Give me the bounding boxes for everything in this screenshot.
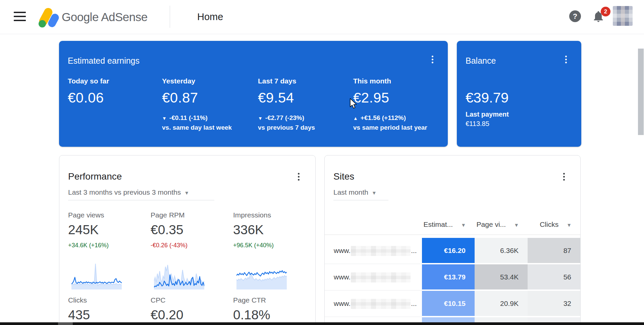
bottom-edge-bar	[0, 322, 644, 325]
last-payment-value: €113.85	[466, 120, 489, 128]
range-underline	[68, 200, 214, 200]
help-icon[interactable]: ?	[569, 10, 581, 22]
site-name-link[interactable]: www.	[325, 264, 422, 289]
metric-value: €2.95	[353, 90, 444, 106]
clicks-cell: 32	[528, 291, 580, 316]
earnings-more-options-icon[interactable]	[428, 55, 437, 64]
metric-delta: ▼-€0.11 (-11%)	[162, 114, 253, 122]
sites-more-options-icon[interactable]	[559, 172, 568, 181]
performance-metric-page-views: Page views 245K +34.6K (+16%)	[68, 211, 145, 249]
metric-compare: vs previous 7 days	[258, 124, 348, 131]
page-ctr-sparkline-chart	[236, 262, 287, 289]
horizontal-scrollbar-thumb[interactable]	[58, 322, 73, 325]
metric-label: This month	[353, 77, 444, 85]
performance-more-options-icon[interactable]	[294, 172, 303, 181]
chevron-down-icon: ▼	[184, 190, 189, 196]
redacted-site-name	[351, 246, 411, 256]
page-views-cell: 53.4K	[475, 264, 528, 289]
chevron-down-icon: ▼	[372, 190, 377, 196]
page-title: Home	[197, 11, 223, 22]
performance-metric-cpc: CPC €0.20	[151, 296, 228, 322]
cpc-sparkline-chart	[154, 262, 204, 289]
metric-value: 0.18%	[233, 308, 310, 322]
page-views-cell: 6.36K	[475, 238, 528, 263]
site-name-link[interactable]: www....	[325, 291, 422, 316]
sites-table-body: www.... €16.20 6.36K 87 www. €13.79 53.4…	[325, 238, 580, 325]
metric-label: Impressions	[233, 211, 310, 219]
metric-label: CPC	[151, 296, 228, 304]
balance-value: €39.79	[466, 90, 508, 106]
app-header: Google AdSense Home ? 2	[0, 0, 644, 34]
vertical-scrollbar-thumb[interactable]	[638, 49, 644, 135]
metric-value: €0.20	[151, 308, 228, 322]
sites-card-title: Sites	[333, 171, 354, 182]
metric-compare: vs. same day last week	[162, 124, 253, 131]
metric-value: €0.35	[151, 222, 228, 237]
metric-delta: ▼-€2.77 (-23%)	[258, 114, 348, 122]
sites-table-header: Estimat...▼ Page vi...▼ Clicks▼	[325, 216, 580, 235]
metric-compare: vs same period last year	[353, 124, 444, 131]
earnings-metric-last7: Last 7 days €9.54 ▼-€2.77 (-23%) vs prev…	[258, 77, 348, 131]
earnings-metric-yesterday: Yesterday €0.87 ▼-€0.11 (-11%) vs. same …	[162, 77, 253, 131]
column-header-clicks[interactable]: Clicks▼	[528, 216, 580, 235]
balance-card: Balance €39.79 Last payment €113.85	[457, 41, 581, 147]
earnings-metric-month: This month €2.95 ▲+€1.56 (+112%) vs same…	[353, 77, 444, 131]
metric-value: €0.87	[162, 90, 253, 106]
metric-value: 336K	[233, 222, 310, 237]
sort-arrow-icon: ▼	[461, 222, 466, 228]
estimated-earnings-cell: €16.20	[422, 238, 475, 263]
performance-card: Performance Last 3 months vs previous 3 …	[59, 155, 316, 325]
performance-metric-clicks: Clicks 435	[68, 296, 145, 322]
metric-value: 435	[68, 308, 145, 322]
earnings-card-title: Estimated earnings	[68, 56, 140, 66]
sites-card: Sites Last month▼ Estimat...▼ Page vi...…	[324, 155, 581, 325]
balance-more-options-icon[interactable]	[561, 55, 570, 64]
earnings-metric-today: Today so far €0.06	[68, 77, 158, 106]
metric-label: Last 7 days	[258, 77, 348, 85]
account-avatar[interactable]	[613, 6, 633, 26]
brand-adsense: AdSense	[101, 10, 148, 23]
estimated-earnings-card: Estimated earnings Today so far €0.06 Ye…	[59, 41, 448, 147]
performance-range-selector[interactable]: Last 3 months vs previous 3 months▼	[68, 188, 189, 196]
table-row: www.... €10.15 20.9K 32	[325, 291, 580, 316]
delta-arrow-icon: ▼	[258, 116, 263, 121]
performance-metric-page-ctr: Page CTR 0.18%	[233, 296, 310, 322]
metric-label: Today so far	[68, 77, 158, 85]
page-views-cell: 20.9K	[475, 291, 528, 316]
brand-text: Google AdSense	[62, 10, 148, 24]
notification-count-badge: 2	[601, 7, 610, 16]
column-header-estimated-earnings[interactable]: Estimat...▼	[422, 216, 475, 235]
delta-arrow-icon: ▲	[353, 116, 358, 121]
metric-label: Clicks	[68, 296, 145, 304]
metric-delta: +96.5K (+40%)	[233, 242, 310, 249]
balance-card-title: Balance	[466, 56, 496, 66]
column-header-page-views[interactable]: Page vi...▼	[475, 216, 528, 235]
sort-arrow-icon: ▼	[567, 222, 572, 228]
table-row: www. €13.79 53.4K 56	[325, 264, 580, 289]
last-payment-label: Last payment	[466, 111, 509, 118]
metric-value: €9.54	[258, 90, 348, 106]
adsense-logo[interactable]: Google AdSense	[38, 6, 148, 28]
adsense-logo-icon	[38, 7, 57, 27]
clicks-cell: 56	[528, 264, 580, 289]
metric-label: Yesterday	[162, 77, 253, 85]
header-divider	[170, 6, 170, 28]
redacted-site-name	[351, 299, 411, 309]
table-row: www.... €16.20 6.36K 87	[325, 238, 580, 263]
clicks-sparkline-chart	[71, 262, 122, 289]
sort-arrow-icon: ▼	[514, 222, 519, 228]
menu-icon[interactable]	[14, 12, 26, 22]
sites-range-selector[interactable]: Last month▼	[333, 188, 377, 196]
performance-card-title: Performance	[68, 171, 122, 182]
delta-arrow-icon: ▼	[162, 116, 167, 121]
metric-value: €0.06	[68, 90, 158, 106]
metric-label: Page CTR	[233, 296, 310, 304]
site-name-link[interactable]: www....	[325, 238, 422, 263]
estimated-earnings-cell: €10.15	[422, 291, 475, 316]
performance-metric-impressions: Impressions 336K +96.5K (+40%)	[233, 211, 310, 249]
metric-label: Page views	[68, 211, 145, 219]
redacted-site-name	[351, 272, 411, 282]
brand-google: Google	[62, 10, 99, 23]
metric-delta: -€0.26 (-43%)	[151, 242, 228, 249]
metric-value: 245K	[68, 222, 145, 237]
